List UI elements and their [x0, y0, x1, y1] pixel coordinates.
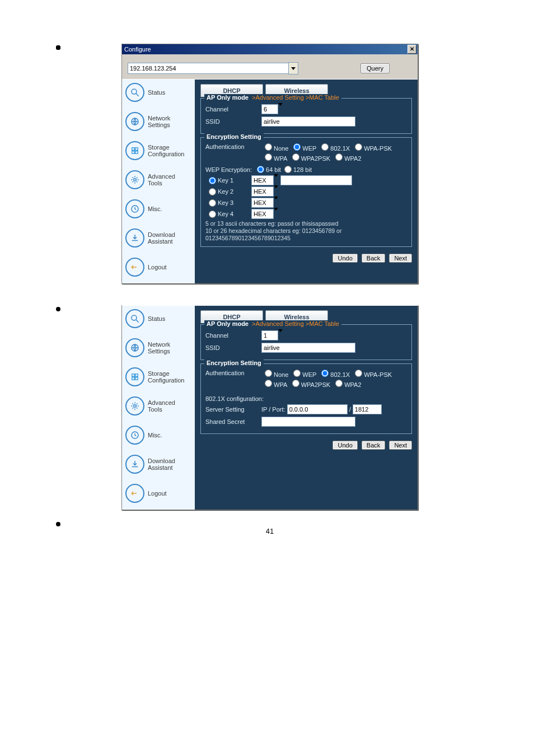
- sidebar-label: Storage Configuration: [148, 144, 184, 157]
- query-button[interactable]: Query: [360, 63, 390, 73]
- auth-none-2[interactable]: [265, 370, 272, 377]
- ssid-input-2[interactable]: [261, 343, 355, 353]
- chevron-down-icon: [274, 197, 278, 206]
- wep-128bit[interactable]: [284, 166, 292, 173]
- chevron-down-icon: [274, 208, 278, 217]
- svg-rect-13: [135, 374, 138, 377]
- auth-wpa2psk-2[interactable]: [292, 380, 299, 387]
- link-advanced-setting[interactable]: >Advanced Setting: [252, 320, 306, 327]
- key4-dd[interactable]: [274, 211, 278, 217]
- main-panel-2: DHCP Wireless AP Only mode >Advanced Set…: [195, 306, 418, 510]
- next-button[interactable]: Next: [389, 441, 412, 450]
- globe-icon: [125, 338, 144, 357]
- sidebar-item-misc[interactable]: Misc.: [122, 422, 195, 451]
- magnifier-icon: [125, 309, 144, 328]
- link-advanced-setting[interactable]: >Advanced Setting: [252, 94, 306, 101]
- ip-combo-input[interactable]: [128, 63, 289, 74]
- sidebar-item-logout[interactable]: Logout: [122, 254, 195, 283]
- sidebar-item-logout[interactable]: Logout: [122, 480, 195, 510]
- key3-type[interactable]: [251, 198, 274, 208]
- main-panel: DHCP Wireless AP Only mode >Advanced Set…: [195, 80, 418, 283]
- auth-wpa-2[interactable]: [265, 380, 272, 387]
- key2-radio[interactable]: [209, 188, 216, 195]
- undo-button[interactable]: Undo: [332, 254, 357, 263]
- wep-64bit[interactable]: [257, 166, 264, 173]
- sidebar-item-network[interactable]: Network Settings: [122, 335, 195, 364]
- page-number: 41: [39, 527, 500, 535]
- svg-line-10: [136, 320, 139, 323]
- auth-8021x-2[interactable]: [321, 370, 329, 377]
- auth-none[interactable]: [265, 143, 272, 151]
- svg-point-16: [134, 405, 137, 408]
- auth-wep[interactable]: [293, 143, 301, 151]
- sidebar-item-network[interactable]: Network Settings: [122, 109, 195, 138]
- key2-type[interactable]: [251, 186, 274, 197]
- sidebar-item-storage[interactable]: Storage Configuration: [122, 138, 195, 167]
- bullet-icon: [56, 522, 60, 526]
- auth-8021x[interactable]: [321, 143, 329, 151]
- auth-wpa2[interactable]: [335, 153, 343, 161]
- chevron-down-icon: [291, 67, 296, 70]
- key1-input[interactable]: [280, 175, 352, 185]
- server-port-input[interactable]: [353, 404, 382, 414]
- close-button[interactable]: ✕: [407, 45, 416, 54]
- sidebar-label: Misc.: [148, 206, 162, 212]
- logout-icon: [125, 484, 144, 503]
- auth-wpapsk-2[interactable]: [355, 370, 362, 377]
- auth-wpa2psk[interactable]: [292, 153, 299, 161]
- bullet-icon: [56, 307, 60, 311]
- sidebar-item-storage[interactable]: Storage Configuration: [122, 364, 195, 393]
- link-mac-table[interactable]: >MAC Table: [306, 320, 339, 327]
- link-mac-table[interactable]: >MAC Table: [306, 94, 339, 101]
- 8021x-conf-label: 802.1X configuration:: [205, 395, 264, 402]
- logout-icon: [125, 258, 144, 277]
- svg-rect-4: [135, 148, 138, 151]
- grid-icon: [125, 141, 144, 160]
- channel-dropdown[interactable]: [278, 106, 283, 113]
- sidebar-item-status[interactable]: Status: [122, 306, 195, 335]
- shared-secret-input[interactable]: [261, 417, 355, 427]
- fieldset-ap-2: AP Only mode >Advanced Setting >MAC Tabl…: [200, 324, 412, 360]
- auth-wep-2[interactable]: [293, 370, 301, 377]
- fieldset-encryption-2: Encryption Setting Authentication None W…: [200, 363, 412, 434]
- auth-wpa[interactable]: [265, 153, 272, 161]
- sidebar-item-advanced[interactable]: Advanced Tools: [122, 393, 195, 422]
- key1-type[interactable]: [251, 175, 274, 185]
- channel-dropdown-2[interactable]: [278, 332, 283, 339]
- svg-point-9: [132, 315, 137, 320]
- back-button[interactable]: Back: [362, 254, 385, 263]
- key3-dd[interactable]: [274, 199, 278, 206]
- sidebar-item-download[interactable]: Download Assistant: [122, 451, 195, 480]
- channel-value[interactable]: [261, 104, 278, 114]
- ssid-input[interactable]: [261, 116, 355, 127]
- server-ip-input[interactable]: [287, 404, 348, 414]
- undo-button[interactable]: Undo: [332, 441, 357, 450]
- auth-wpapsk[interactable]: [355, 143, 362, 151]
- auth-wpa2-2[interactable]: [335, 380, 343, 387]
- sidebar-item-status[interactable]: Status: [122, 80, 195, 109]
- key1-radio[interactable]: [209, 177, 216, 184]
- sidebar: Status Network Settings Storage Configur…: [122, 80, 195, 283]
- key1-dd[interactable]: [274, 177, 278, 184]
- next-button[interactable]: Next: [389, 254, 412, 263]
- gear-icon: [125, 170, 144, 189]
- back-button[interactable]: Back: [362, 441, 385, 450]
- svg-point-0: [132, 89, 137, 94]
- sidebar-item-download[interactable]: Download Assistant: [122, 225, 195, 254]
- sidebar-label: Download Assistant: [148, 231, 175, 245]
- key3-radio[interactable]: [209, 199, 216, 207]
- svg-rect-15: [135, 377, 138, 380]
- sidebar-item-advanced[interactable]: Advanced Tools: [122, 167, 195, 196]
- dropdown-button[interactable]: [288, 62, 298, 74]
- key2-dd[interactable]: [274, 188, 278, 195]
- channel-value-2[interactable]: [261, 330, 278, 340]
- sidebar-item-misc[interactable]: Misc.: [122, 196, 195, 225]
- channel-label: Channel: [205, 106, 261, 113]
- key4-type[interactable]: [251, 209, 274, 219]
- magnifier-icon: [125, 83, 144, 102]
- key4-radio[interactable]: [209, 211, 216, 218]
- dialog-configure-wep: Configure ✕ Query Status Network Setting…: [121, 44, 418, 284]
- query-row: Query: [122, 54, 418, 79]
- legend-encryption: Encryption Setting: [204, 133, 264, 140]
- svg-line-1: [136, 94, 139, 96]
